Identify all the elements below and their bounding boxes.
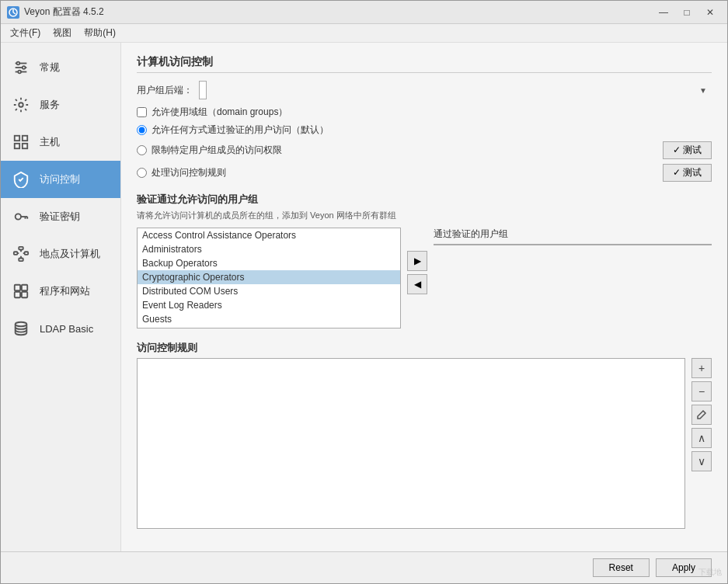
- section-title: 计算机访问控制: [137, 55, 712, 73]
- apply-button[interactable]: Apply: [656, 558, 712, 577]
- main-content: 常规 服务 主机: [1, 43, 727, 551]
- database-icon: [10, 318, 32, 339]
- app-icon: [7, 6, 19, 19]
- app-icon: [10, 280, 32, 302]
- sliders-icon: [10, 57, 32, 78]
- bottom-bar: Reset Apply: [1, 551, 727, 583]
- sidebar-item-auth-keys-label: 验证密钥: [40, 210, 80, 224]
- svg-rect-29: [22, 292, 27, 297]
- radio2-label: 限制特定用户组成员的访问权限: [152, 144, 282, 157]
- svg-rect-18: [14, 252, 18, 255]
- radio3[interactable]: [137, 168, 147, 178]
- sidebar-item-host[interactable]: 主机: [1, 123, 120, 161]
- remove-from-verified-button[interactable]: ◀: [407, 274, 427, 294]
- list-item[interactable]: Cryptographic Operators: [138, 270, 400, 284]
- test-button-2[interactable]: ✓ 测试: [663, 164, 712, 182]
- radio1[interactable]: [137, 125, 147, 135]
- svg-point-14: [16, 214, 21, 219]
- reset-button[interactable]: Reset: [593, 558, 650, 577]
- menu-view[interactable]: 视图: [47, 25, 78, 41]
- gear-icon: [10, 94, 32, 116]
- groups-list-box[interactable]: Access Control Assistance Operators Admi…: [137, 228, 401, 328]
- sidebar-item-service-label: 服务: [40, 98, 60, 112]
- test-button-1[interactable]: ✓ 测试: [663, 141, 712, 159]
- svg-line-2: [13, 12, 16, 14]
- svg-point-7: [23, 66, 26, 69]
- list-item[interactable]: Guests: [138, 312, 400, 326]
- network-icon: [10, 243, 32, 265]
- access-rules-title: 访问控制规则: [137, 341, 712, 355]
- radio3-row: 处理访问控制规则 ✓ 测试: [137, 164, 712, 182]
- rules-action-buttons: + − ∧ ∨: [691, 358, 712, 529]
- svg-rect-26: [15, 285, 20, 290]
- add-to-verified-button[interactable]: ▶: [407, 251, 427, 271]
- svg-point-30: [16, 322, 27, 327]
- radio1-label: 允许任何方式通过验证的用户访问（默认）: [152, 123, 329, 137]
- edit-rule-button[interactable]: [691, 405, 712, 425]
- user-group-select[interactable]: [199, 81, 207, 99]
- svg-point-9: [19, 103, 23, 107]
- move-down-button[interactable]: ∨: [691, 451, 712, 471]
- svg-rect-27: [22, 285, 27, 290]
- content-area: 计算机访问控制 用户组后端： 允许使用域组（domain groups） 允许任…: [121, 43, 727, 551]
- radio2-row: 限制特定用户组成员的访问权限 ✓ 测试: [137, 141, 712, 159]
- add-rule-button[interactable]: +: [691, 358, 712, 378]
- window-controls: — □ ✕: [653, 5, 721, 20]
- svg-rect-10: [15, 136, 19, 141]
- titlebar: Veyon 配置器 4.5.2 — □ ✕: [1, 1, 727, 24]
- minimize-button[interactable]: —: [653, 5, 674, 20]
- rules-list-box[interactable]: [137, 358, 685, 529]
- list-item[interactable]: Event Log Readers: [138, 298, 400, 312]
- svg-rect-13: [23, 144, 27, 148]
- allow-domain-groups-label: 允许使用域组（domain groups）: [152, 106, 287, 119]
- verified-groups-container: 通过验证的用户组: [434, 228, 712, 245]
- list-item[interactable]: Backup Operators: [138, 256, 400, 270]
- move-up-button[interactable]: ∧: [691, 428, 712, 448]
- sidebar-item-locations[interactable]: 地点及计算机: [1, 235, 120, 273]
- sidebar-item-access-control[interactable]: 访问控制: [1, 161, 120, 198]
- svg-rect-11: [23, 136, 27, 141]
- user-group-select-wrapper: [199, 81, 712, 99]
- remove-rule-button[interactable]: −: [691, 381, 712, 402]
- close-button[interactable]: ✕: [699, 5, 721, 20]
- sidebar-item-access-control-label: 访问控制: [40, 172, 80, 186]
- radio2[interactable]: [137, 145, 147, 155]
- sidebar-item-locations-label: 地点及计算机: [40, 247, 100, 261]
- allow-domain-groups-checkbox[interactable]: [137, 107, 147, 117]
- verified-list-box[interactable]: [434, 244, 712, 245]
- allow-domain-groups-row: 允许使用域组（domain groups）: [137, 106, 712, 119]
- user-group-label: 用户组后端：: [137, 84, 193, 97]
- sidebar-item-general[interactable]: 常规: [1, 49, 120, 86]
- sidebar-item-auth-keys[interactable]: 验证密钥: [1, 198, 120, 235]
- rules-area: + − ∧ ∨: [137, 358, 712, 529]
- sidebar: 常规 服务 主机: [1, 43, 121, 551]
- menu-help[interactable]: 帮助(H): [78, 25, 122, 41]
- transfer-buttons: ▶ ◀: [407, 228, 427, 294]
- sidebar-item-ldap-label: LDAP Basic: [40, 323, 93, 335]
- list-item[interactable]: Access Control Assistance Operators: [138, 228, 400, 242]
- svg-rect-28: [15, 292, 20, 297]
- menu-file[interactable]: 文件(F): [4, 25, 47, 41]
- access-rules-section: 访问控制规则 + − ∧ ∨: [137, 341, 712, 529]
- svg-rect-21: [25, 252, 29, 255]
- verified-groups-desc: 请将允许访问计算机的成员所在的组，添加到 Veyon 网络中所有群组: [137, 210, 712, 221]
- radio3-label: 处理访问控制规则: [152, 166, 226, 179]
- radio1-row: 允许任何方式通过验证的用户访问（默认）: [137, 123, 712, 137]
- list-item[interactable]: Administrators: [138, 242, 400, 256]
- sidebar-item-programs[interactable]: 程序和网站: [1, 273, 120, 310]
- svg-rect-20: [19, 259, 23, 262]
- list-item[interactable]: Distributed COM Users: [138, 284, 400, 298]
- key-icon: [10, 206, 32, 228]
- sidebar-item-ldap[interactable]: LDAP Basic: [1, 310, 120, 347]
- shield-icon: [10, 169, 32, 190]
- sidebar-item-host-label: 主机: [40, 135, 60, 149]
- sidebar-item-programs-label: 程序和网站: [40, 284, 90, 298]
- grid-icon: [10, 131, 32, 153]
- groups-area: Access Control Assistance Operators Admi…: [137, 228, 712, 328]
- menubar: 文件(F) 视图 帮助(H): [1, 24, 727, 43]
- verified-groups-title: 验证通过允许访问的用户组: [137, 193, 712, 207]
- sidebar-item-service[interactable]: 服务: [1, 86, 120, 123]
- verified-groups-label: 通过验证的用户组: [434, 228, 712, 241]
- maximize-button[interactable]: □: [676, 5, 698, 20]
- svg-rect-19: [19, 247, 23, 250]
